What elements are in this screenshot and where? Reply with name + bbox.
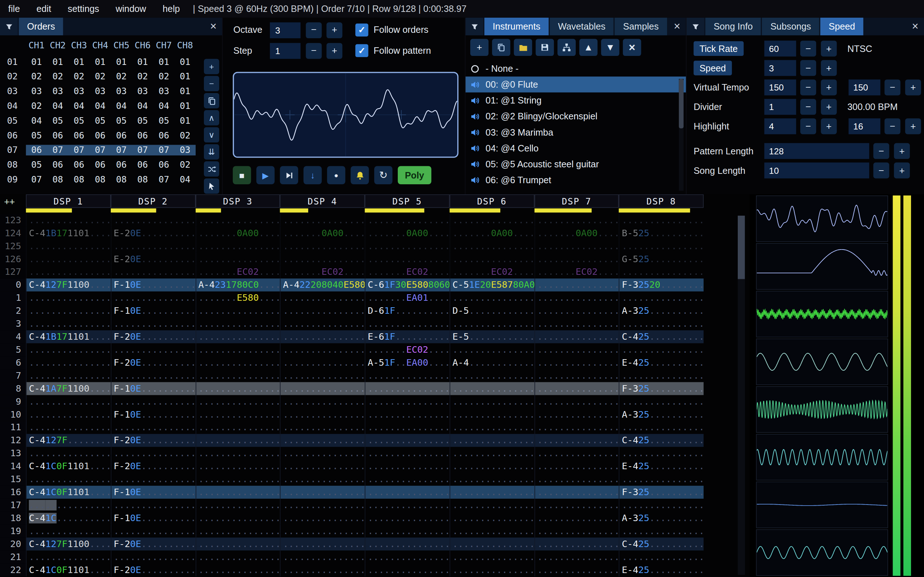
order-cell[interactable]: 03	[68, 86, 89, 96]
pattern-cell[interactable]: ...............	[534, 408, 619, 421]
pattern-cell[interactable]: ...............	[365, 563, 450, 576]
virtual-tempo-num-decrease-button[interactable]: −	[800, 79, 816, 95]
pattern-cell[interactable]: ...............	[26, 343, 111, 356]
pattern-cell[interactable]: ...............	[365, 460, 450, 473]
pattern-cell[interactable]: F-10E..........	[111, 382, 195, 395]
pattern-cell[interactable]: .......0A00....	[365, 227, 450, 240]
pattern-cell[interactable]: F-10E..........	[111, 305, 195, 318]
pattern-cell[interactable]: ...............	[280, 369, 365, 382]
pattern-cell[interactable]: ...............	[534, 305, 619, 318]
menu-window[interactable]: window	[108, 3, 155, 14]
pattern-cell[interactable]: F-32520........	[619, 279, 704, 292]
octave-increase-button[interactable]: +	[326, 22, 342, 38]
pattern-cell[interactable]: ...............	[534, 239, 619, 253]
pattern-cell[interactable]: ...............	[534, 434, 619, 447]
pattern-cell[interactable]: ...............	[365, 369, 450, 382]
move-order-down-button[interactable]: ∨	[204, 127, 219, 142]
pattern-cell[interactable]: F-20E..........	[111, 356, 195, 369]
tick-rate-increase-button[interactable]: +	[821, 41, 837, 56]
pattern-cell[interactable]: ...............	[280, 356, 365, 369]
pattern-cell[interactable]: ...............	[111, 318, 195, 330]
pattern-cell[interactable]: ...............	[111, 551, 195, 564]
pattern-cell[interactable]: C-425..........	[619, 538, 704, 551]
order-cell[interactable]: 08	[111, 174, 132, 184]
order-cell[interactable]: 01	[153, 56, 174, 67]
highlight-first-decrease-button[interactable]: −	[800, 118, 816, 134]
pattern-cell[interactable]: ...............	[280, 512, 365, 525]
pattern-cell[interactable]: ...............	[280, 292, 365, 305]
pattern-cell[interactable]: ...............	[195, 460, 280, 473]
order-cell[interactable]: 02	[132, 71, 153, 82]
step-increase-button[interactable]: +	[326, 43, 342, 58]
order-cell[interactable]: 01	[174, 56, 195, 67]
pattern-cell[interactable]: ...............	[111, 369, 195, 382]
pattern-cell[interactable]: E-20E..........	[111, 253, 195, 266]
order-cell[interactable]: 07	[153, 145, 174, 155]
pattern-cell[interactable]: E-5............	[449, 330, 534, 343]
pattern-cell[interactable]: ...............	[449, 434, 534, 447]
order-cell[interactable]: 05	[89, 115, 111, 126]
pattern-cell[interactable]: ...............	[449, 239, 534, 253]
pattern-cell[interactable]: F-325..........	[619, 382, 704, 395]
instruments-scrollbar[interactable]	[679, 79, 683, 191]
pattern-cell[interactable]: F-10E..........	[111, 279, 195, 292]
pattern-cell[interactable]: ...............	[449, 292, 534, 305]
order-cell[interactable]: 06	[153, 130, 174, 140]
move-order-up-button[interactable]: ∧	[204, 110, 219, 125]
order-cell[interactable]: 04	[174, 174, 195, 184]
order-cell[interactable]: 02	[68, 71, 89, 82]
pattern-cell[interactable]: C-41B171101....	[26, 330, 111, 343]
pattern-cell[interactable]: ...............	[449, 343, 534, 356]
pattern-cell[interactable]: ...............	[280, 447, 365, 460]
pattern-cell[interactable]: ...............	[280, 486, 365, 499]
pattern-cell[interactable]: ...............	[365, 447, 450, 460]
pattern-cell[interactable]: ...............	[26, 356, 111, 369]
order-cell[interactable]: 06	[153, 160, 174, 170]
pattern-cell[interactable]: ...............	[449, 512, 534, 525]
pattern-cell[interactable]: A-325..........	[619, 305, 704, 318]
pattern-cell[interactable]: C-41C0F1101....	[26, 486, 111, 499]
order-cell[interactable]: 06	[68, 130, 89, 140]
pattern-cell[interactable]: ...............	[195, 434, 280, 447]
pattern-cell[interactable]: .......EC02....	[195, 266, 280, 279]
pattern-cell[interactable]: C-4127F1100....	[26, 538, 111, 551]
pattern-cell[interactable]: ...............	[280, 473, 365, 486]
order-cell[interactable]: 03	[47, 86, 69, 96]
pattern-cell[interactable]: ...............	[195, 356, 280, 369]
highlight-second-input[interactable]: 16	[848, 118, 880, 134]
pattern-cell[interactable]: ...............	[195, 239, 280, 253]
pattern-cell[interactable]: ...............	[26, 395, 111, 408]
pattern-cell[interactable]: ...............	[195, 253, 280, 266]
order-cell[interactable]: 07	[26, 174, 47, 184]
pattern-cell[interactable]: ...............	[449, 253, 534, 266]
order-cell[interactable]: 01	[47, 56, 69, 67]
pattern-cell[interactable]: C-41C0F1101....	[26, 460, 111, 473]
pattern-cell[interactable]: ...............	[534, 330, 619, 343]
orders-panel-menu-button[interactable]	[0, 18, 18, 35]
pattern-cell[interactable]: C-425..........	[619, 434, 704, 447]
pattern-cell[interactable]: ...............	[280, 460, 365, 473]
instrument-item[interactable]: 02: @2 Blingy/Glockenspiel	[465, 108, 686, 124]
pattern-cell[interactable]: F-10E..........	[111, 408, 195, 421]
pattern-cell[interactable]: ...............	[195, 408, 280, 421]
divider-decrease-button[interactable]: −	[800, 99, 816, 115]
pattern-cell[interactable]: ...............	[111, 395, 195, 408]
move-instrument-down-button[interactable]: ▼	[601, 39, 619, 56]
pattern-cell[interactable]: ...............	[195, 563, 280, 576]
order-cell[interactable]: 08	[132, 174, 153, 184]
pattern-cell[interactable]: C-4127F........	[26, 434, 111, 447]
order-cell[interactable]: 04	[132, 100, 153, 111]
pattern-cell[interactable]: ...............	[534, 421, 619, 434]
follow-pattern-checkbox[interactable]: ✓	[355, 44, 368, 57]
pattern-cell[interactable]: ...............	[111, 292, 195, 305]
pattern-cell[interactable]: ...............	[280, 525, 365, 538]
step-one-row-button[interactable]: ↓	[304, 166, 322, 184]
pattern-cell[interactable]: ...............	[195, 486, 280, 499]
pattern-cell[interactable]: ...............	[534, 253, 619, 266]
instrument-item[interactable]: 06: @6 Trumpet	[465, 172, 686, 188]
instrument-item[interactable]: 01: @1 String	[465, 92, 686, 108]
duplicate-order-to-end-button[interactable]: ⇊	[204, 144, 219, 160]
pattern-cell[interactable]: ...............	[26, 369, 111, 382]
pattern-cell[interactable]: ...............	[449, 486, 534, 499]
delete-instrument-button[interactable]: ×	[623, 39, 641, 56]
